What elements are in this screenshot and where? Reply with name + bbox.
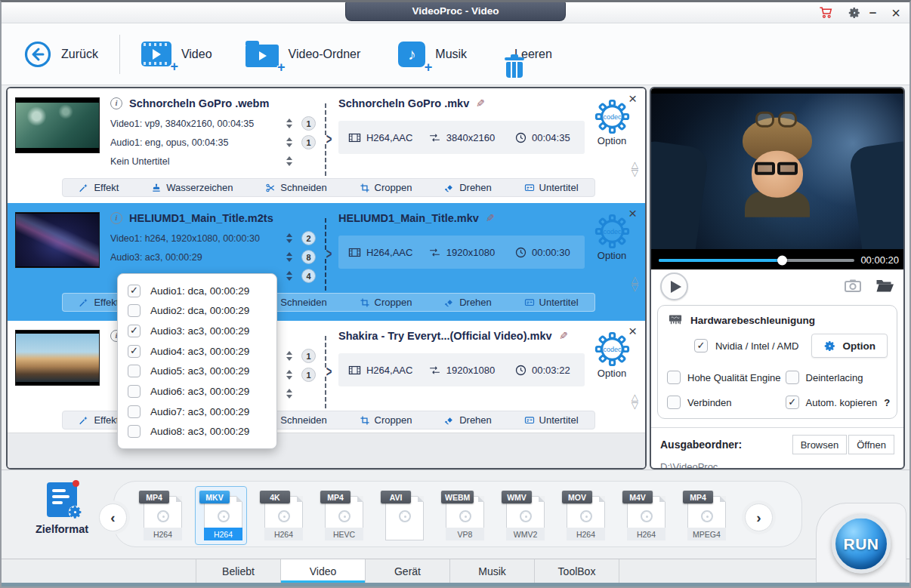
- seek-handle[interactable]: [777, 255, 787, 265]
- format-card-mov-h264[interactable]: MOVH264: [562, 491, 605, 540]
- audio-track-count-badge[interactable]: 1: [301, 368, 316, 382]
- cart-icon[interactable]: [818, 5, 832, 20]
- track-sort-arrows[interactable]: [286, 252, 292, 262]
- checkbox[interactable]: ✓: [786, 396, 799, 409]
- info-icon[interactable]: i: [110, 97, 122, 109]
- reorder-arrows[interactable]: △▽: [632, 161, 638, 177]
- audio-track-option[interactable]: ✓Audio1: dca, 00:00:29: [118, 281, 276, 300]
- format-card-wmv-wmv2[interactable]: WMVWMV2: [502, 491, 545, 540]
- tab-toolbox[interactable]: ToolBox: [535, 559, 619, 583]
- deinterlacing-option[interactable]: Deinterlacing: [786, 371, 891, 384]
- video-track-count-badge[interactable]: 1: [301, 116, 316, 131]
- checkbox[interactable]: [667, 371, 681, 384]
- effect-button[interactable]: Effekt: [79, 182, 119, 193]
- tab-geraet[interactable]: Gerät: [366, 559, 450, 583]
- snapshot-camera-icon[interactable]: [844, 278, 862, 296]
- checkbox[interactable]: [786, 371, 799, 384]
- tab-video[interactable]: Video: [281, 559, 366, 583]
- track-sort-arrows[interactable]: [286, 156, 292, 166]
- target-format-button[interactable]: Zielformat: [24, 482, 100, 535]
- tab-musik[interactable]: Musik: [450, 559, 535, 583]
- audio-track-option[interactable]: Audio2: dca, 00:00:29: [118, 301, 276, 321]
- subtitle-button[interactable]: Untertitel: [524, 414, 579, 426]
- remove-item-icon[interactable]: ×: [628, 206, 637, 220]
- subtitle-button[interactable]: Untertitel: [524, 297, 579, 308]
- rotate-button[interactable]: Drehen: [444, 297, 492, 308]
- checkbox[interactable]: [128, 365, 141, 377]
- checkbox[interactable]: [667, 396, 681, 409]
- audio-track-option[interactable]: Audio7: ac3, 00:00:29: [118, 402, 276, 421]
- help-icon[interactable]: ?: [884, 397, 890, 408]
- format-card-m4v-h264[interactable]: M4VH264: [622, 491, 665, 540]
- format-scroll-left-button[interactable]: ‹: [99, 503, 127, 531]
- format-card-avi[interactable]: AVI: [381, 491, 424, 540]
- run-button[interactable]: RUN: [832, 515, 891, 574]
- track-sort-arrows[interactable]: [286, 389, 292, 399]
- format-card-mp4-mpeg4[interactable]: MP4MPEG4: [683, 491, 726, 540]
- gpu-checkbox[interactable]: ✓: [694, 339, 708, 352]
- auto-copy-option[interactable]: ✓Autom. kopieren?: [786, 396, 891, 409]
- track-sort-arrows[interactable]: [286, 271, 292, 281]
- checkbox[interactable]: [128, 304, 141, 317]
- subtitle-button[interactable]: Untertitel: [524, 182, 579, 193]
- minimize-button[interactable]: –: [869, 9, 876, 17]
- back-button[interactable]: Zurück: [24, 41, 98, 68]
- format-scroll-right-button[interactable]: ›: [745, 503, 773, 531]
- remove-item-icon[interactable]: ×: [628, 324, 637, 338]
- subtitle-track-count-badge[interactable]: 4: [301, 269, 316, 283]
- merge-option[interactable]: Verbinden: [667, 396, 781, 409]
- add-music-button[interactable]: ♪+ Musik: [398, 42, 467, 67]
- seek-bar[interactable]: [659, 259, 854, 262]
- checkbox[interactable]: ✓: [128, 345, 141, 358]
- track-sort-arrows[interactable]: [286, 137, 292, 147]
- close-button[interactable]: ×: [891, 7, 900, 19]
- crop-button[interactable]: Croppen: [360, 182, 412, 193]
- checkbox[interactable]: [128, 425, 141, 438]
- format-card-mp4-h264[interactable]: MP4H264: [139, 491, 182, 540]
- effect-button[interactable]: Effekt: [79, 414, 119, 426]
- checkbox[interactable]: ✓: [128, 325, 141, 337]
- queue-row-3[interactable]: × i 1 1 0 > Shakira - Try Everyt...(Offi…: [8, 321, 645, 433]
- rename-pencil-icon[interactable]: ✎: [559, 330, 568, 342]
- checkbox[interactable]: ✓: [128, 285, 141, 297]
- track-sort-arrows[interactable]: [286, 119, 292, 128]
- add-video-folder-button[interactable]: + Video-Ordner: [246, 41, 361, 67]
- open-folder-icon[interactable]: [875, 278, 894, 296]
- rename-pencil-icon[interactable]: ✎: [476, 97, 485, 109]
- remove-item-icon[interactable]: ×: [628, 91, 637, 106]
- tab-beliebt[interactable]: Beliebt: [196, 559, 281, 583]
- queue-row-2[interactable]: × iHELIUMD1_Main_Title.m2ts Video1: h264…: [8, 203, 645, 321]
- effect-button[interactable]: Effekt: [79, 297, 119, 308]
- watermark-button[interactable]: Wasserzeichen: [151, 182, 233, 193]
- checkbox[interactable]: [128, 405, 141, 418]
- video-track-count-badge[interactable]: 2: [301, 231, 316, 245]
- add-video-button[interactable]: + Video: [141, 42, 212, 66]
- browse-button[interactable]: Browsen: [792, 435, 848, 454]
- reorder-arrows[interactable]: △▽: [632, 393, 638, 410]
- track-sort-arrows[interactable]: [286, 233, 292, 243]
- format-card-mkv-h264[interactable]: MKVH264: [199, 491, 242, 540]
- checkbox[interactable]: [128, 385, 141, 398]
- settings-gear-icon[interactable]: ▾: [848, 6, 854, 20]
- reorder-arrows[interactable]: △▽: [632, 276, 638, 292]
- info-icon[interactable]: i: [110, 212, 122, 224]
- high-quality-engine-option[interactable]: Hohe Qualität Engine: [667, 371, 781, 384]
- audio-track-count-badge[interactable]: 8: [301, 250, 316, 264]
- rotate-button[interactable]: Drehen: [444, 414, 492, 426]
- cut-button[interactable]: Schneiden: [265, 182, 326, 193]
- format-card-4k-h264[interactable]: 4KH264: [260, 491, 303, 540]
- audio-track-option[interactable]: ✓Audio4: ac3, 00:00:29: [118, 341, 276, 361]
- rotate-button[interactable]: Drehen: [444, 182, 492, 193]
- play-button[interactable]: [660, 272, 688, 300]
- clear-list-button[interactable]: Leeren: [505, 48, 552, 61]
- crop-button[interactable]: Croppen: [360, 297, 412, 308]
- rename-pencil-icon[interactable]: ✎: [486, 212, 495, 224]
- video-track-count-badge[interactable]: 1: [301, 349, 316, 363]
- audio-track-option[interactable]: Audio8: ac3, 00:00:29: [118, 422, 276, 442]
- audio-track-count-badge[interactable]: 1: [301, 135, 316, 149]
- track-sort-arrows[interactable]: [286, 351, 292, 361]
- track-sort-arrows[interactable]: [286, 370, 292, 380]
- audio-track-option[interactable]: ✓Audio3: ac3, 00:00:29: [118, 321, 276, 340]
- format-card-mp4-hevc[interactable]: MP4HEVC: [320, 491, 363, 540]
- hardware-option-button[interactable]: Option: [811, 334, 888, 358]
